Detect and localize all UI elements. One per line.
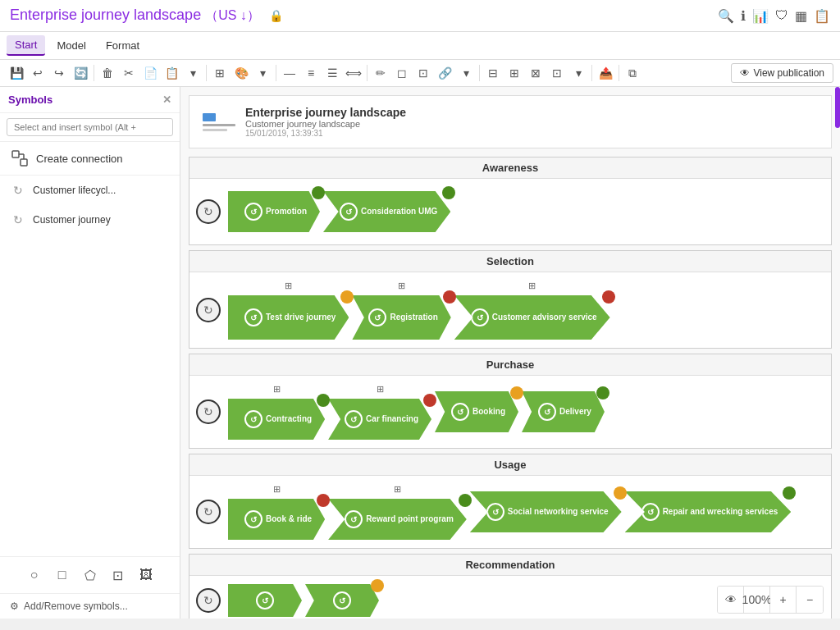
fill-color-button[interactable]: 🎨 (231, 63, 251, 83)
chart-icon[interactable]: 📊 (752, 8, 769, 24)
paste-dropdown[interactable]: ▾ (183, 63, 203, 83)
table-button[interactable]: ⊞ (504, 63, 524, 83)
awareness-cycle-icon: ↻ (196, 199, 221, 224)
back-button[interactable]: ↩ (28, 63, 48, 83)
section-awareness: Awareness ↻ ↺ Promotion (189, 157, 832, 245)
testdrive-label: Test drive journey (266, 313, 336, 322)
grid-icon[interactable]: ▦ (795, 8, 807, 24)
doc-date: 15/01/2019, 13:39:31 (245, 129, 406, 138)
create-connection-item[interactable]: Create connection (0, 142, 180, 176)
rec-item1[interactable]: ↺ (228, 584, 302, 617)
delivery-inner-icon: ↺ (538, 403, 556, 421)
doc-subtitle: Customer journey landscape (245, 119, 406, 129)
arrange-button[interactable]: ⊡ (547, 63, 567, 83)
shape-button[interactable]: ◻ (392, 63, 412, 83)
consideration-chevron: ↺ Consideration UMG (323, 191, 450, 232)
paste-button[interactable]: 📋 (162, 63, 181, 83)
add-symbols-item[interactable]: ⚙ Add/Remove symbols... (0, 594, 180, 619)
rec-dot2 (371, 579, 384, 592)
edit-button[interactable]: ✏ (371, 63, 390, 83)
booking-item[interactable]: ↺ Booking (435, 391, 518, 432)
promotion-item[interactable]: ↺ Promotion (228, 191, 320, 232)
advisory-item[interactable]: ⊞ ↺ Customer advisory service (454, 295, 610, 340)
registration-inner-icon: ↺ (368, 308, 386, 326)
canvas-area[interactable]: Enterprise journey landscape Customer jo… (180, 87, 840, 619)
delete-button[interactable]: 🗑 (98, 63, 117, 83)
connection-icon (10, 148, 30, 168)
promotion-chevron: ↺ Promotion (228, 191, 320, 232)
search-icon[interactable]: 🔍 (718, 8, 734, 24)
fill-dropdown[interactable]: ▾ (253, 63, 272, 83)
add-symbols-label: Add/Remove symbols... (24, 600, 128, 612)
contracting-item[interactable]: ⊞ ↺ Contracting (228, 399, 325, 440)
booking-label: Booking (472, 407, 505, 417)
sidebar-search-area (0, 113, 180, 142)
contracting-chevron: ↺ Contracting (228, 399, 325, 440)
swimlane-button[interactable]: ⊟ (483, 63, 503, 83)
canvas-content: Enterprise journey landscape Customer jo… (180, 87, 840, 619)
menu-model[interactable]: Model (48, 36, 94, 55)
usage-cycle-icon: ↻ (196, 500, 221, 524)
eye-button[interactable]: 👁 (718, 587, 744, 613)
connect-button[interactable]: ⟺ (344, 63, 363, 83)
sidebar-item-journey[interactable]: ↻ Customer journey (0, 205, 180, 235)
arrange-dropdown[interactable]: ▾ (568, 63, 588, 83)
consideration-item[interactable]: ↺ Consideration UMG (323, 191, 450, 232)
sidebar: Symbols ✕ Create connection ↻ Customer l… (0, 87, 180, 619)
repair-chevron: ↺ Repair and wrecking services (625, 491, 792, 532)
testdrive-item[interactable]: ⊞ ↺ Test drive journey (228, 295, 349, 340)
shield-icon[interactable]: 🛡 (775, 8, 788, 24)
align-button[interactable]: ☰ (322, 63, 342, 83)
square-shape-btn[interactable]: □ (51, 564, 74, 587)
line-color-button[interactable]: — (280, 63, 299, 83)
promotion-label: Promotion (266, 207, 307, 217)
layout-button[interactable]: ⊠ (526, 63, 546, 83)
advisory-label: Customer advisory service (492, 313, 597, 322)
social-status-dot (614, 486, 627, 500)
zoom-out-button[interactable]: − (797, 587, 823, 613)
reward-item[interactable]: ⊞ ↺ Reward point program (328, 499, 467, 540)
copy-button[interactable]: 📄 (140, 63, 160, 83)
crop-shape-btn[interactable]: ⊡ (107, 564, 130, 587)
save-button[interactable]: 💾 (7, 63, 26, 83)
menu-start[interactable]: Start (7, 35, 45, 56)
line-style-button[interactable]: ≡ (301, 63, 321, 83)
container-button[interactable]: ⊡ (413, 63, 433, 83)
social-item[interactable]: ↺ Social networking service (470, 491, 622, 532)
rec-item2[interactable]: ↺ (305, 584, 379, 617)
search-input[interactable] (7, 118, 173, 136)
view-publication-button[interactable]: 👁 View publication (731, 63, 833, 83)
awareness-header: Awareness (189, 158, 831, 179)
menu-format[interactable]: Format (98, 36, 148, 55)
testdrive-chevron: ↺ Test drive journey (228, 295, 349, 340)
reward-chevron: ↺ Reward point program (328, 499, 467, 540)
booking-chevron: ↺ Booking (435, 391, 518, 432)
advisory-inner-icon: ↺ (471, 308, 489, 326)
bookride-item[interactable]: ⊞ ↺ Book & ride (228, 499, 325, 540)
sidebar-item-lifecycle[interactable]: ↻ Customer lifecycl... (0, 176, 180, 205)
info-icon[interactable]: ℹ (741, 8, 746, 24)
layers-button[interactable]: ⧉ (623, 63, 642, 83)
circle-shape-btn[interactable]: ○ (23, 564, 46, 587)
link-dropdown[interactable]: ▾ (456, 63, 476, 83)
carfinancing-item[interactable]: ⊞ ↺ Car financing (328, 399, 431, 440)
cut-button[interactable]: ✂ (119, 63, 139, 83)
frame-button[interactable]: ⊞ (210, 63, 230, 83)
zoom-in-button[interactable]: + (770, 587, 797, 613)
refresh-button[interactable]: 🔄 (71, 63, 90, 83)
link-button[interactable]: 🔗 (435, 63, 454, 83)
registration-item[interactable]: ⊞ ↺ Registration (352, 295, 450, 340)
consideration-label: Consideration UMG (361, 207, 437, 217)
pentagon-shape-btn[interactable]: ⬠ (79, 564, 102, 587)
zoom-level-button[interactable]: 100% (744, 587, 770, 613)
forward-button[interactable]: ↪ (49, 63, 69, 83)
publish-button[interactable]: 📤 (596, 63, 615, 83)
doc-title: Enterprise journey landscape (245, 106, 406, 119)
copy-icon[interactable]: 📋 (814, 8, 830, 24)
purchase-row: ↻ ⊞ ↺ Contracting ⊞ (189, 376, 831, 448)
delivery-item[interactable]: ↺ Delivery (522, 391, 605, 432)
purchase-cycle-icon: ↻ (196, 399, 221, 424)
repair-item[interactable]: ↺ Repair and wrecking services (625, 491, 792, 532)
close-icon[interactable]: ✕ (162, 94, 171, 106)
image-shape-btn[interactable]: 🖼 (135, 564, 158, 587)
